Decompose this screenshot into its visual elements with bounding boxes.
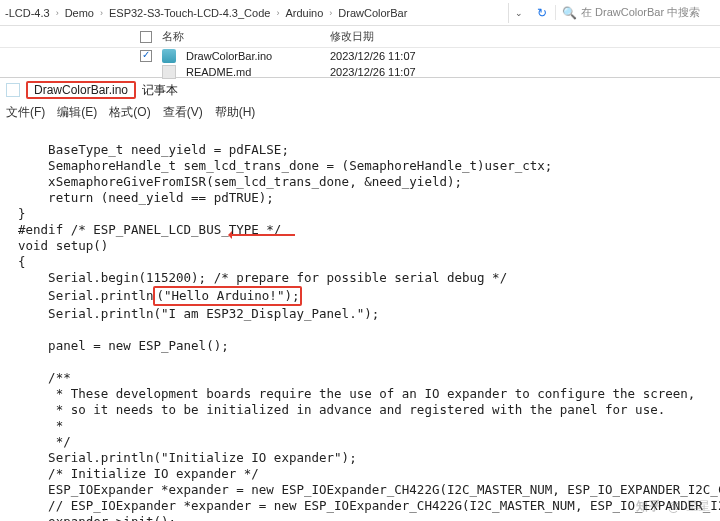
- md-file-icon: [162, 65, 176, 79]
- search-icon: 🔍: [562, 6, 577, 20]
- select-all-checkbox[interactable]: [140, 31, 152, 43]
- app-name: 记事本: [142, 82, 178, 99]
- breadcrumb-item[interactable]: ESP32-S3-Touch-LCD-4.3_Code: [106, 5, 273, 21]
- file-name: README.md: [186, 66, 251, 78]
- file-list-header: 名称 修改日期: [0, 26, 720, 48]
- column-name[interactable]: 名称: [162, 29, 184, 44]
- watermark-site: 知乎: [636, 498, 662, 515]
- file-explorer-pane: -LCD-4.3› Demo› ESP32-S3-Touch-LCD-4.3_C…: [0, 0, 720, 78]
- notepad-titlebar: DrawColorBar.ino 记事本: [0, 78, 720, 102]
- list-item[interactable]: DrawColorBar.ino 2023/12/26 11:07: [140, 48, 720, 64]
- file-date: 2023/12/26 11:07: [330, 66, 460, 78]
- row-checkbox[interactable]: [140, 50, 152, 62]
- chevron-right-icon: ›: [276, 8, 279, 18]
- menubar: 文件(F) 编辑(E) 格式(O) 查看(V) 帮助(H): [0, 102, 720, 122]
- chevron-right-icon: ›: [56, 8, 59, 18]
- chevron-right-icon: ›: [329, 8, 332, 18]
- annotation-arrow: [230, 234, 295, 236]
- watermark-user: 星星: [686, 498, 710, 515]
- column-date[interactable]: 修改日期: [330, 29, 460, 44]
- file-name: DrawColorBar.ino: [186, 50, 272, 62]
- address-dropdown[interactable]: ⌄: [508, 3, 529, 23]
- menu-view[interactable]: 查看(V): [163, 104, 203, 121]
- breadcrumb-item[interactable]: -LCD-4.3: [2, 5, 53, 21]
- search-input[interactable]: 🔍 在 DrawColorBar 中搜索: [555, 5, 720, 20]
- refresh-icon[interactable]: ↻: [529, 6, 555, 20]
- breadcrumb-item[interactable]: Arduino: [282, 5, 326, 21]
- ino-file-icon: [162, 49, 176, 63]
- notepad-icon: [6, 83, 20, 97]
- chevron-right-icon: ›: [100, 8, 103, 18]
- hello-arduino-highlight: ("Hello Arduino!");: [153, 286, 302, 306]
- watermark-at: @: [668, 500, 680, 514]
- menu-edit[interactable]: 编辑(E): [57, 104, 97, 121]
- menu-help[interactable]: 帮助(H): [215, 104, 256, 121]
- search-placeholder: 在 DrawColorBar 中搜索: [581, 5, 700, 20]
- breadcrumb-item[interactable]: Demo: [62, 5, 97, 21]
- address-bar: -LCD-4.3› Demo› ESP32-S3-Touch-LCD-4.3_C…: [0, 0, 720, 26]
- breadcrumb[interactable]: -LCD-4.3› Demo› ESP32-S3-Touch-LCD-4.3_C…: [2, 5, 410, 21]
- breadcrumb-item[interactable]: DrawColorBar: [335, 5, 410, 21]
- file-date: 2023/12/26 11:07: [330, 50, 460, 62]
- code-content[interactable]: BaseType_t need_yield = pdFALSE; Semapho…: [0, 122, 720, 521]
- watermark: 知乎 @ 星星: [636, 498, 710, 515]
- menu-format[interactable]: 格式(O): [109, 104, 150, 121]
- menu-file[interactable]: 文件(F): [6, 104, 45, 121]
- title-filename-highlight: DrawColorBar.ino: [26, 81, 136, 99]
- file-list: DrawColorBar.ino 2023/12/26 11:07 README…: [0, 48, 720, 80]
